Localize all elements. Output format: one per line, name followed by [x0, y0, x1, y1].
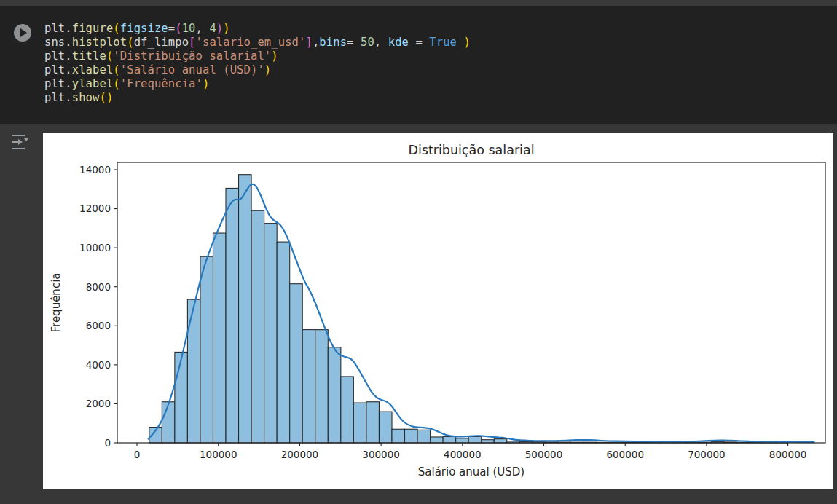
code-editor[interactable]: plt.figure(figsize=(10, 4))sns.histplot(…: [44, 22, 830, 105]
histogram-bar: [482, 440, 495, 443]
histogram-bar: [187, 299, 200, 443]
histogram-bar: [417, 430, 431, 443]
histogram-bar: [315, 330, 329, 443]
histogram-bar: [366, 402, 380, 443]
x-tick-label: 200000: [281, 449, 319, 460]
histogram-bar: [392, 429, 405, 443]
figure-output: 0100000200000300000400000500000600000700…: [43, 133, 833, 489]
y-tick-label: 14000: [79, 164, 111, 176]
histogram-bar: [379, 412, 392, 443]
x-axis-label: Salário anual (USD): [418, 465, 524, 479]
run-cell-button[interactable]: [14, 24, 31, 42]
y-tick-label: 12000: [79, 202, 111, 214]
histogram-chart: 0100000200000300000400000500000600000700…: [43, 133, 833, 489]
histogram-bar: [341, 377, 354, 443]
x-tick-label: 400000: [444, 449, 482, 460]
histogram-bar: [239, 175, 252, 443]
histogram-bar: [251, 210, 264, 443]
code-line: plt.ylabel('Frequência'): [44, 77, 830, 91]
code-line: plt.xlabel('Salário anual (USD)'): [44, 63, 830, 77]
histogram-bar: [200, 256, 213, 443]
histogram-bar: [431, 437, 444, 443]
code-line: plt.figure(figsize=(10, 4)): [44, 22, 830, 36]
histogram-bar: [353, 403, 366, 443]
y-tick-label: 6000: [86, 320, 111, 331]
histogram-bar: [456, 438, 469, 443]
y-tick-label: 0: [104, 437, 111, 449]
histogram-bar: [277, 242, 290, 443]
histogram-bar: [264, 224, 278, 443]
histogram-bar: [328, 347, 341, 443]
x-tick-label: 800000: [769, 449, 807, 460]
histogram-bar: [175, 352, 188, 443]
histogram-bar: [162, 402, 175, 443]
histogram-bar: [290, 284, 303, 443]
x-tick-label: 0: [134, 449, 141, 460]
y-tick-label: 10000: [79, 242, 111, 253]
window-top-strip: [0, 0, 837, 6]
x-tick-label: 600000: [606, 449, 644, 460]
histogram-bar: [213, 233, 226, 443]
y-tick-label: 2000: [86, 398, 111, 409]
histogram-bar: [494, 439, 507, 443]
notebook-page: { "code_cell": { "run_icon": "play-circl…: [0, 0, 837, 504]
y-tick-label: 8000: [86, 281, 111, 293]
histogram-bar: [226, 188, 239, 443]
x-tick-label: 300000: [362, 449, 400, 460]
x-tick-label: 500000: [525, 449, 563, 460]
code-line: plt.title('Distribuição salarial'): [44, 50, 830, 63]
cell-output-options-icon[interactable]: [9, 133, 30, 151]
notebook-code-cell: plt.figure(figsize=(10, 4))sns.histplot(…: [0, 6, 837, 124]
x-tick-label: 100000: [200, 449, 237, 460]
histogram-bar: [405, 429, 418, 443]
histogram-bars: [149, 175, 788, 443]
x-tick-label: 700000: [688, 449, 726, 460]
code-line: plt.show(): [44, 91, 830, 105]
histogram-bar: [468, 436, 482, 443]
y-axis-label: Frequência: [50, 273, 63, 333]
play-icon: [20, 28, 27, 37]
histogram-bar: [443, 436, 456, 443]
code-line: sns.histplot(df_limpo['salario_em_usd'],…: [44, 36, 830, 50]
y-tick-label: 4000: [86, 359, 111, 371]
histogram-bar: [302, 330, 315, 443]
chart-title: Distribuição salarial: [408, 143, 534, 157]
